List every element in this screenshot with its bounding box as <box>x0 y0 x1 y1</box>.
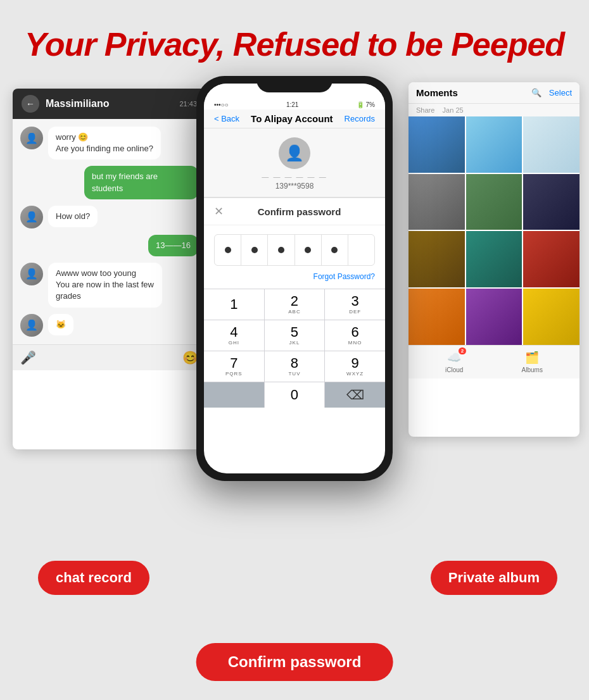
photo-cell-1[interactable] <box>408 116 465 173</box>
forgot-password-link[interactable]: Forgot Password? <box>204 270 385 286</box>
key-4[interactable]: 4 GHI <box>204 320 264 351</box>
select-btn[interactable]: Select <box>549 88 572 97</box>
chat-message-2: but my friends are students <box>20 166 198 199</box>
key-3[interactable]: 3 DEF <box>325 289 385 320</box>
modal-title: Confirm password <box>224 206 375 217</box>
phone-back-btn[interactable]: < Back <box>214 114 239 123</box>
key-2[interactable]: 2 ABC <box>265 289 325 320</box>
bubble-1: worry 😊Are you finding me online? <box>48 127 161 159</box>
phone-records-btn[interactable]: Records <box>345 114 375 123</box>
photo-header-icons: 🔍 Select <box>531 88 572 97</box>
content-area: ← Massimiliano 21:43 👤 worry 😊Are you fi… <box>0 76 589 620</box>
albums-icon: 🗂️ <box>525 351 539 365</box>
photo-cell-6[interactable] <box>523 174 580 230</box>
phone-notch <box>256 76 332 92</box>
pwd-dot-4 <box>295 235 322 265</box>
chat-message-5: 👤 Awww wow too youngYou are now in the l… <box>20 263 198 308</box>
photo-cell-12[interactable] <box>523 289 580 345</box>
contact-name: Massimiliano <box>46 98 109 109</box>
bubble-3: How old? <box>48 206 98 227</box>
key-backspace[interactable]: ⌫ <box>325 382 385 408</box>
key-1[interactable]: 1 <box>204 289 264 320</box>
photo-screenshot: Moments 🔍 Select Share Jan 25 <box>408 82 580 437</box>
confirm-password-pill: Confirm password <box>196 643 393 681</box>
key-8[interactable]: 8 TUV <box>265 351 325 382</box>
pwd-dot-6 <box>348 235 374 265</box>
phone-container: •••○○ 1:21 🔋 7% < Back To Alipay Account… <box>196 76 393 481</box>
phone-screen: •••○○ 1:21 🔋 7% < Back To Alipay Account… <box>204 84 385 473</box>
backspace-icon: ⌫ <box>346 387 364 403</box>
confirm-password-modal: ✕ Confirm password Forgot Password? <box>204 197 385 408</box>
avatar-3: 👤 <box>20 206 43 228</box>
phone-device: •••○○ 1:21 🔋 7% < Back To Alipay Account… <box>196 76 393 481</box>
chat-back-btn[interactable]: ← <box>22 95 39 113</box>
page-header: Your Privacy, Refused to be Peeped <box>0 0 589 76</box>
photo-cell-7[interactable] <box>408 231 465 287</box>
key-0[interactable]: 0 <box>265 382 325 408</box>
modal-header: ✕ Confirm password <box>204 198 385 225</box>
numpad: 1 2 ABC 3 DEF 4 GHI <box>204 289 385 408</box>
photo-cell-11[interactable] <box>466 289 522 345</box>
private-album-label: Private album <box>431 561 557 595</box>
key-5[interactable]: 5 JKL <box>265 320 325 351</box>
password-dots <box>214 234 375 266</box>
chat-body: 👤 worry 😊Are you finding me online? but … <box>13 119 206 344</box>
payee-number: 139***9598 <box>204 182 385 191</box>
moments-title: Moments <box>416 87 458 98</box>
key-9[interactable]: 9 WXYZ <box>325 351 385 382</box>
pwd-dot-5 <box>322 235 348 265</box>
icloud-label: iCloud <box>445 366 463 373</box>
chat-header: ← Massimiliano 21:43 <box>13 89 206 119</box>
chat-message-1: 👤 worry 😊Are you finding me online? <box>20 127 198 159</box>
pwd-dot-3 <box>268 235 294 265</box>
share-label: Share <box>416 106 434 114</box>
pwd-dot-2 <box>241 235 268 265</box>
chat-message-3: 👤 How old? <box>20 206 198 228</box>
albums-tab[interactable]: 🗂️ Albums <box>522 351 543 373</box>
payee-avatar: 👤 <box>279 137 310 169</box>
icloud-tab[interactable]: ☁️ 2 iCloud <box>445 351 463 373</box>
chat-screenshot: ← Massimiliano 21:43 👤 worry 😊Are you fi… <box>13 89 206 449</box>
photo-cell-8[interactable] <box>466 231 522 287</box>
payee-name: — — — — — — <box>204 173 385 180</box>
phone-signal: •••○○ <box>214 101 229 108</box>
close-icon[interactable]: ✕ <box>214 204 224 218</box>
key-empty <box>204 382 264 408</box>
bubble-5: Awww wow too youngYou are now in the las… <box>48 263 162 308</box>
bubble-2: but my friends are students <box>84 166 198 199</box>
page-title: Your Privacy, Refused to be Peeped <box>13 25 576 63</box>
key-7[interactable]: 7 PQRS <box>204 351 264 382</box>
payee-info: 👤 — — — — — — 139***9598 <box>204 128 385 197</box>
photo-cell-9[interactable] <box>523 231 580 287</box>
bubble-4: 13——16 <box>148 235 198 256</box>
photo-cell-5[interactable] <box>466 174 522 230</box>
phone-time: 1:21 <box>286 101 298 108</box>
phone-battery: 🔋 7% <box>357 101 375 108</box>
phone-nav-title: To Alipay Account <box>239 113 344 124</box>
albums-label: Albums <box>522 366 543 373</box>
avatar-1: 👤 <box>20 127 43 149</box>
key-6[interactable]: 6 MNO <box>325 320 385 351</box>
chat-message-4: 13——16 <box>20 235 198 256</box>
search-icon[interactable]: 🔍 <box>531 88 542 97</box>
photo-cell-2[interactable] <box>466 116 522 173</box>
chat-status-time: 21:43 <box>179 100 197 108</box>
key-1-num: 1 <box>230 297 238 311</box>
confirm-password-label: Confirm password <box>196 643 393 681</box>
photo-share-header: Share Jan 25 <box>408 104 580 116</box>
chat-input-bar: 🎤 😊 <box>13 344 206 370</box>
photo-grid <box>408 116 580 345</box>
avatar-5: 👤 <box>20 263 43 285</box>
bubble-6: 🐱 <box>48 314 73 335</box>
avatar-6: 👤 <box>20 314 43 337</box>
chat-message-6: 👤 🐱 <box>20 314 198 337</box>
photo-cell-10[interactable] <box>408 289 465 345</box>
photo-cell-3[interactable] <box>523 116 580 173</box>
photo-footer: ☁️ 2 iCloud 🗂️ Albums <box>408 345 580 378</box>
pwd-dot-1 <box>215 235 241 265</box>
voice-icon[interactable]: 🎤 <box>20 350 36 365</box>
share-date: Jan 25 <box>443 106 464 114</box>
phone-nav: < Back To Alipay Account Records <box>204 109 385 128</box>
icloud-badge: 2 <box>459 347 466 354</box>
photo-cell-4[interactable] <box>408 174 465 230</box>
